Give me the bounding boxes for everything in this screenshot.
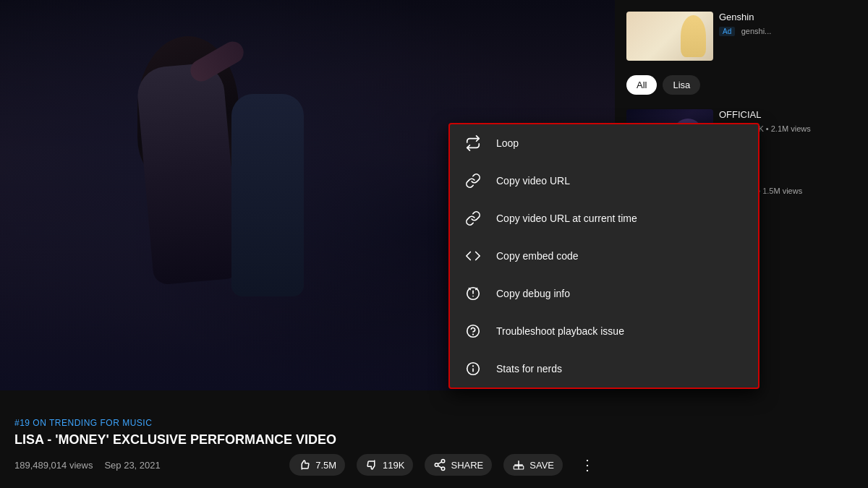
svg-line-0 xyxy=(438,466,442,468)
chip-all[interactable]: All xyxy=(626,75,657,95)
menu-label-copy-url: Copy video URL xyxy=(496,175,570,187)
video-title: LISA - 'MONEY' EXCLUSIVE PERFORMANCE VID… xyxy=(14,432,521,448)
link-icon-2 xyxy=(464,210,482,227)
embed-icon xyxy=(464,247,482,265)
share-icon xyxy=(433,458,446,471)
like-button[interactable]: 7.5M xyxy=(289,454,345,476)
trending-label: #19 ON TRENDING FOR MUSIC xyxy=(14,418,600,428)
help-icon xyxy=(464,322,482,340)
save-icon xyxy=(512,458,525,471)
debug-icon xyxy=(464,285,482,302)
menu-item-stats[interactable]: Stats for nerds xyxy=(450,350,758,388)
menu-item-loop[interactable]: Loop xyxy=(450,124,758,162)
filter-chips: All Lisa xyxy=(621,69,862,100)
ad-thumbnail xyxy=(626,12,713,61)
action-buttons: 7.5M 119K SHARE xyxy=(289,453,600,476)
menu-label-copy-embed: Copy embed code xyxy=(496,250,579,262)
publish-date: Sep 23, 2021 xyxy=(104,460,160,471)
loop-icon xyxy=(464,134,482,152)
menu-label-copy-debug: Copy debug info xyxy=(496,288,570,299)
menu-label-troubleshoot: Troubleshoot playback issue xyxy=(496,325,624,337)
menu-label-loop: Loop xyxy=(496,137,519,149)
ad-info: Genshin Ad genshi... xyxy=(719,12,856,37)
svg-line-1 xyxy=(438,462,442,464)
video-info-bar: #19 ON TRENDING FOR MUSIC LISA - 'MONEY'… xyxy=(0,406,615,488)
like-count: 7.5M xyxy=(315,460,336,471)
more-options-button[interactable]: ⋮ xyxy=(574,453,600,476)
ad-channel: genshi... xyxy=(741,27,772,35)
chip-lisa[interactable]: Lisa xyxy=(663,75,700,95)
menu-label-copy-url-time: Copy video URL at current time xyxy=(496,213,637,224)
menu-item-copy-embed[interactable]: Copy embed code xyxy=(450,237,758,275)
svg-point-7 xyxy=(473,296,474,296)
info-icon xyxy=(464,360,482,377)
context-menu: Loop Copy video URL Copy video URL at cu… xyxy=(448,123,760,389)
menu-item-troubleshoot[interactable]: Troubleshoot playback issue xyxy=(450,312,758,350)
ad-badge: Ad xyxy=(719,27,735,36)
menu-item-copy-url[interactable]: Copy video URL xyxy=(450,162,758,200)
video-meta: 189,489,014 views Sep 23, 2021 7.5M 119K xyxy=(14,453,600,476)
svg-point-10 xyxy=(467,325,480,338)
link-icon-1 xyxy=(464,172,482,189)
share-button[interactable]: SHARE xyxy=(425,454,492,476)
menu-item-copy-debug[interactable]: Copy debug info xyxy=(450,275,758,312)
dislike-button[interactable]: 119K xyxy=(357,454,413,476)
sidebar-video-title-1: OFFICIAL xyxy=(719,109,856,121)
menu-item-copy-url-time[interactable]: Copy video URL at current time xyxy=(450,200,758,237)
save-label: SAVE xyxy=(529,460,554,471)
dislike-count: 119K xyxy=(383,460,404,471)
view-count: 189,489,014 views xyxy=(14,460,93,471)
share-label: SHARE xyxy=(451,460,483,471)
sidebar-ad[interactable]: Genshin Ad genshi... xyxy=(621,6,862,67)
thumbs-down-icon xyxy=(365,458,378,471)
save-button[interactable]: SAVE xyxy=(503,454,563,476)
ad-title: Genshin xyxy=(719,12,856,24)
thumbs-up-icon xyxy=(298,458,311,471)
menu-label-stats: Stats for nerds xyxy=(496,363,562,374)
